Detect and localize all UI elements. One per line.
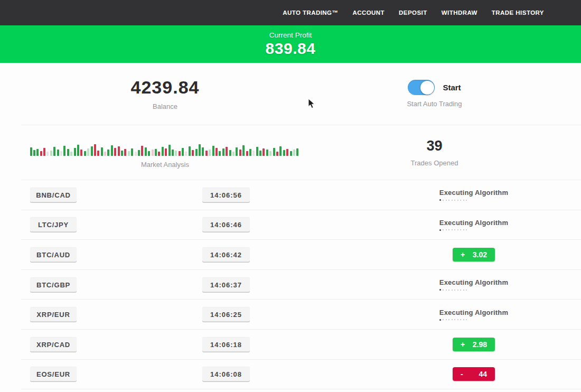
pair-badge[interactable]: XRP/EUR (30, 307, 77, 322)
pair-badge[interactable]: BTC/GBP (30, 277, 77, 292)
current-profit-value: 839.84 (266, 40, 316, 58)
trade-status-cell: Executing Algorithm (410, 210, 537, 240)
progress-dot (460, 290, 461, 291)
progress-dot (457, 290, 458, 291)
balance-section: 4239.84 Balance Start Start Auto Trading (21, 63, 581, 125)
market-bar (182, 148, 184, 156)
market-bar (121, 151, 123, 156)
trade-status-cell: Executing Algorithm (410, 270, 537, 300)
market-bar (63, 146, 65, 156)
trade-row: BTC/AUD 14:06:42 + 3.02 (21, 240, 581, 270)
market-bar (286, 149, 288, 156)
auto-trading-toggle[interactable] (408, 80, 435, 95)
market-bar (212, 146, 214, 156)
progress-dot (443, 200, 444, 201)
nav-item-withdraw[interactable]: WITHDRAW (442, 10, 477, 16)
market-bar (202, 147, 204, 156)
market-bar (124, 149, 126, 156)
time-badge: 14:06:37 (202, 277, 250, 292)
progress-dot (446, 319, 447, 320)
progress-dot (443, 229, 444, 230)
nav-item-trade-history[interactable]: TRADE HISTORY (492, 10, 544, 16)
market-bar (185, 152, 187, 156)
progress-dot (446, 229, 447, 230)
executing-algorithm-label: Executing Algorithm (439, 219, 508, 227)
market-bar (232, 152, 235, 156)
market-bar (84, 151, 86, 156)
progress-dot (443, 290, 444, 291)
market-bar (57, 150, 59, 156)
market-bar (94, 144, 96, 156)
market-bar (276, 152, 278, 156)
trade-status-cell: Executing Algorithm (410, 180, 537, 210)
market-bar (279, 146, 282, 156)
progress-dot (457, 229, 458, 230)
nav-item-auto-trading[interactable]: AUTO TRADING™ (283, 10, 338, 16)
trade-status-cell: Executing Algorithm (410, 300, 537, 329)
current-profit-banner: Current Profit 839.84 (0, 25, 581, 63)
market-bar (239, 150, 241, 156)
market-bar (74, 148, 76, 156)
auto-trading-app: AUTO TRADING™ ACCOUNT DEPOSIT WITHDRAW T… (0, 0, 581, 392)
pair-badge[interactable]: EOS/EUR (30, 367, 77, 381)
auto-trading-caption: Start Auto Trading (407, 100, 462, 108)
trade-row: XRP/EUR 14:06:25 Executing Algorithm (21, 300, 581, 330)
result-sign: - (461, 370, 463, 378)
progress-dot (452, 200, 453, 201)
market-bar (283, 150, 285, 156)
market-analysis-label: Market Analysis (141, 161, 189, 169)
market-bar (104, 152, 106, 156)
pair-badge[interactable]: LTC/JPY (30, 218, 77, 232)
pair-badge[interactable]: BNB/CAD (30, 188, 77, 202)
trades-opened-label: Trades Opened (411, 159, 458, 167)
market-bar (189, 146, 191, 156)
progress-dot (466, 229, 467, 230)
result-sign: + (461, 250, 465, 259)
market-bar (172, 150, 174, 156)
nav-item-deposit[interactable]: DEPOSIT (399, 10, 427, 16)
nav-item-account[interactable]: ACCOUNT (352, 10, 385, 16)
market-bar (269, 151, 271, 156)
trade-result-badge: + 2.98 (453, 338, 495, 351)
market-bar (219, 151, 221, 156)
market-bar (91, 146, 93, 156)
market-bar (249, 149, 251, 156)
market-bar (256, 147, 258, 156)
market-bar (80, 150, 82, 156)
market-bar (145, 147, 147, 156)
market-bar (111, 145, 113, 156)
market-bar (50, 151, 52, 156)
trade-row: BTC/GBP 14:06:37 Executing Algorithm (21, 270, 581, 300)
market-bar (226, 147, 228, 156)
executing-algorithm-label: Executing Algorithm (439, 189, 508, 197)
trade-result-badge: - 44 (453, 367, 495, 381)
executing-algorithm-label: Executing Algorithm (439, 309, 508, 316)
progress-dots (439, 289, 508, 291)
progress-dots (439, 199, 508, 201)
market-bar (46, 152, 49, 156)
time-badge: 14:06:42 (202, 247, 250, 262)
time-badge: 14:06:08 (202, 367, 250, 381)
progress-dot (463, 200, 464, 201)
pair-badge[interactable]: XRP/CAD (30, 337, 77, 351)
progress-dot (448, 229, 449, 230)
result-amount: 2.98 (473, 340, 487, 349)
market-bar (60, 151, 62, 156)
progress-dot (446, 200, 447, 201)
market-bar (222, 148, 224, 156)
market-bar (148, 151, 150, 156)
progress-dot (466, 290, 467, 291)
result-sign: + (461, 340, 465, 349)
market-bar (293, 150, 295, 156)
market-bar (195, 149, 198, 156)
pair-badge[interactable]: BTC/AUD (30, 247, 77, 262)
progress-dot (463, 229, 464, 230)
market-bar (162, 147, 164, 156)
progress-dot (454, 290, 455, 291)
market-section: Market Analysis 39 Trades Opened (21, 125, 581, 180)
market-bar (192, 150, 194, 156)
progress-dot (448, 200, 449, 201)
progress-dot (443, 319, 444, 320)
progress-dot (448, 319, 449, 320)
market-bar (175, 151, 177, 156)
